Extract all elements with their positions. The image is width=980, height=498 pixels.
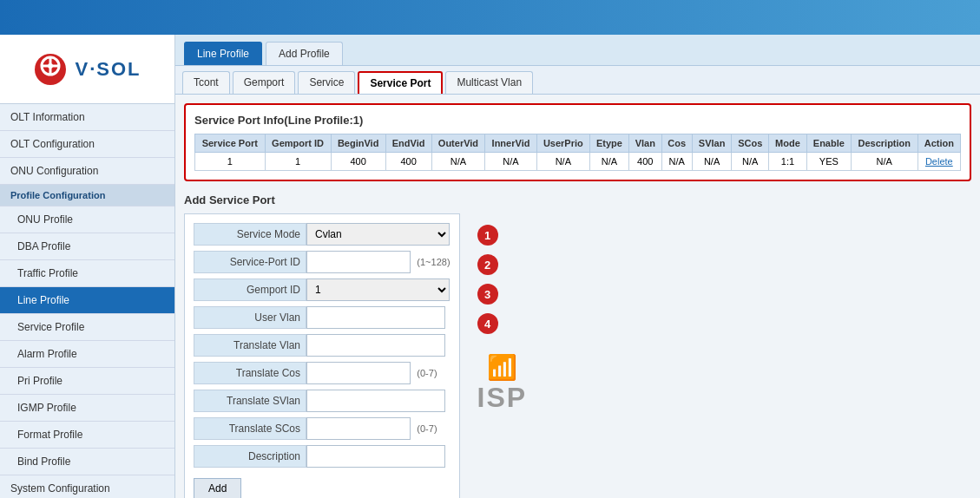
step-1-badge: 1: [477, 225, 498, 246]
cell-cos: N/A: [661, 153, 692, 171]
col-enable: Enable: [806, 134, 851, 153]
cell-action: Delete: [918, 153, 960, 171]
main-layout: V·SOL OLT Information OLT Configuration …: [0, 35, 980, 498]
label-service-port-id: Service-Port ID: [194, 251, 306, 273]
col-action: Action: [918, 134, 960, 153]
translate-cos-hint: (0-7): [417, 368, 437, 378]
sub-tab-multicast-vlan[interactable]: Multicast Vlan: [445, 71, 533, 94]
sub-tab-service-port[interactable]: Service Port: [358, 71, 443, 94]
label-translate-scos: Translate SCos: [194, 417, 306, 440]
isp-text: ISP: [477, 382, 528, 414]
label-gemport-id: Gemport ID: [194, 278, 306, 301]
sidebar-item-service-profile[interactable]: Service Profile: [0, 314, 174, 341]
sidebar-item-dba-profile[interactable]: DBA Profile: [0, 233, 174, 260]
tab-bar: Line Profile Add Profile: [175, 35, 980, 66]
vsol-logo-icon: [33, 52, 68, 87]
cell-inner-vid: N/A: [485, 153, 536, 171]
sidebar-item-onu-config[interactable]: ONU Configuration: [0, 158, 174, 185]
col-inner-vid: InnerVid: [485, 134, 536, 153]
translate-vlan-input[interactable]: [306, 334, 445, 357]
service-port-id-input[interactable]: 2: [306, 251, 411, 273]
cell-gemport-id: 1: [265, 153, 331, 171]
sidebar-item-olt-info[interactable]: OLT Information: [0, 104, 174, 131]
add-form-container: Add Service Port Service Mode Cvlan Svla…: [184, 193, 460, 498]
input-service-mode: Cvlan Svlan Transparent Tag: [306, 223, 451, 246]
label-translate-svlan: Translate SVlan: [194, 390, 306, 412]
wifi-icon: 📶: [487, 353, 517, 382]
logo-text: V·SOL: [75, 58, 141, 81]
sub-tab-bar: Tcont Gemport Service Service Port Multi…: [175, 66, 980, 95]
sidebar-item-pri-profile[interactable]: Pri Profile: [0, 368, 174, 395]
col-gemport-id: Gemport ID: [265, 134, 331, 153]
sub-tab-tcont[interactable]: Tcont: [182, 71, 230, 94]
form-row-description: Description N/A: [194, 445, 451, 468]
sidebar-item-system-config[interactable]: System Configuration: [0, 475, 174, 498]
sidebar-item-olt-config[interactable]: OLT Configuration: [0, 131, 174, 158]
sub-tab-gemport[interactable]: Gemport: [233, 71, 296, 94]
info-box-title: Service Port Info(Line Profile:1): [194, 114, 961, 127]
col-svlan: SVlan: [692, 134, 731, 153]
translate-svlan-input[interactable]: N/A: [306, 390, 445, 412]
input-translate-vlan: [306, 334, 451, 357]
cell-end-vid: 400: [385, 153, 431, 171]
input-translate-svlan: N/A: [306, 390, 451, 412]
sidebar-item-line-profile[interactable]: Line Profile: [0, 287, 174, 314]
sidebar-item-bind-profile[interactable]: Bind Profile: [0, 449, 174, 475]
content-area: Line Profile Add Profile Tcont Gemport S…: [175, 35, 980, 498]
form-row-translate-vlan: Translate Vlan: [194, 334, 451, 357]
label-translate-vlan: Translate Vlan: [194, 334, 306, 357]
service-port-table: Service Port Gemport ID BeginVid EndVid …: [194, 134, 961, 171]
sub-tab-service[interactable]: Service: [298, 71, 355, 94]
description-input[interactable]: N/A: [306, 445, 445, 468]
col-description: Description: [851, 134, 918, 153]
table-header-row: Service Port Gemport ID BeginVid EndVid …: [195, 134, 961, 153]
cell-vlan: 400: [628, 153, 661, 171]
input-user-vlan: [306, 306, 451, 329]
col-mode: Mode: [769, 134, 807, 153]
translate-scos-input[interactable]: N/A: [306, 417, 411, 440]
add-form: Service Mode Cvlan Svlan Transparent Tag: [184, 213, 460, 498]
input-description: N/A: [306, 445, 451, 468]
sidebar-item-igmp-profile[interactable]: IGMP Profile: [0, 395, 174, 422]
form-row-translate-scos: Translate SCos N/A (0-7): [194, 417, 451, 440]
form-row-translate-cos: Translate Cos N/A (0-7): [194, 362, 451, 384]
cell-service-port: 1: [195, 153, 266, 171]
sidebar-item-alarm-profile[interactable]: Alarm Profile: [0, 341, 174, 368]
tab-line-profile[interactable]: Line Profile: [184, 42, 262, 65]
cell-svlan: N/A: [692, 153, 731, 171]
label-service-mode: Service Mode: [194, 223, 306, 246]
cell-enable: YES: [806, 153, 851, 171]
user-vlan-input[interactable]: [306, 306, 445, 329]
step-3-badge: 3: [477, 284, 498, 305]
delete-link[interactable]: Delete: [925, 156, 953, 167]
cell-user-prio: N/A: [536, 153, 589, 171]
sidebar-item-format-profile[interactable]: Format Profile: [0, 422, 174, 449]
translate-scos-hint: (0-7): [417, 423, 437, 434]
form-row-user-vlan: User Vlan: [194, 306, 451, 329]
header: [0, 0, 980, 35]
add-button[interactable]: Add: [194, 478, 241, 498]
col-outer-vid: OuterVid: [431, 134, 485, 153]
svg-point-4: [48, 63, 53, 69]
sidebar-item-traffic-profile[interactable]: Traffic Profile: [0, 260, 174, 287]
add-section-title: Add Service Port: [184, 193, 460, 206]
cell-description: N/A: [851, 153, 918, 171]
label-user-vlan: User Vlan: [194, 306, 306, 329]
input-service-port-id: 2 (1~128): [306, 251, 451, 273]
col-begin-vid: BeginVid: [331, 134, 385, 153]
sidebar-section-profile-config: Profile Configuration: [0, 185, 174, 206]
form-row-translate-svlan: Translate SVlan N/A: [194, 390, 451, 412]
add-service-port-section: Add Service Port Service Mode Cvlan Svla…: [184, 193, 971, 498]
sidebar-item-onu-profile[interactable]: ONU Profile: [0, 206, 174, 233]
step-4-badge: 4: [477, 313, 498, 334]
col-cos: Cos: [661, 134, 692, 153]
service-mode-select[interactable]: Cvlan Svlan Transparent Tag: [306, 223, 450, 246]
logo-area: V·SOL: [0, 35, 174, 104]
tab-add-profile[interactable]: Add Profile: [266, 42, 343, 65]
cell-scos: N/A: [732, 153, 769, 171]
translate-cos-input[interactable]: N/A: [306, 362, 411, 384]
form-row-gemport-id: Gemport ID 1 2 3 4: [194, 278, 451, 301]
cell-mode: 1:1: [769, 153, 807, 171]
gemport-id-select[interactable]: 1 2 3 4: [306, 278, 450, 301]
form-row-service-mode: Service Mode Cvlan Svlan Transparent Tag: [194, 223, 451, 246]
